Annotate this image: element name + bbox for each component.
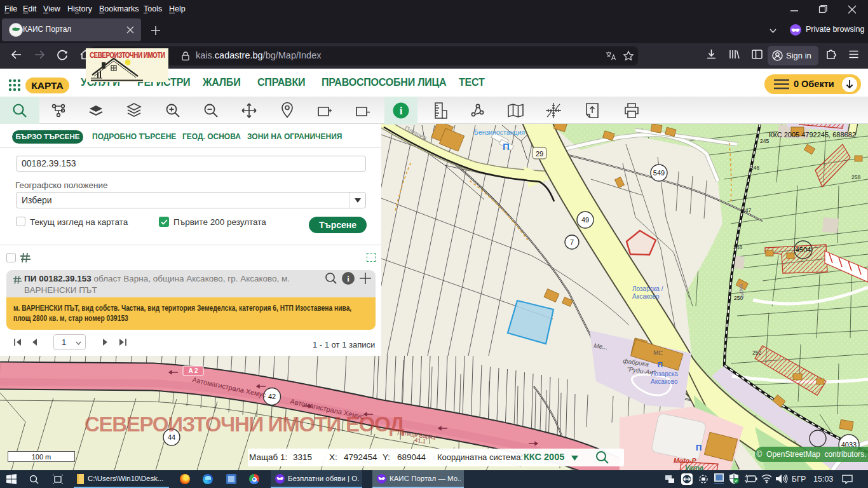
svg-text:i: i (400, 105, 403, 117)
svg-text:П: П (658, 361, 663, 369)
svg-text:Аксаково: Аксаково (632, 293, 660, 300)
svg-text:549: 549 (653, 169, 665, 177)
svg-text:i: i (347, 274, 349, 283)
svg-text:248: 248 (733, 244, 742, 250)
svg-text:4504: 4504 (796, 246, 811, 254)
svg-text:Бензиностанция: Бензиностанция (474, 128, 525, 136)
svg-text:247: 247 (742, 207, 751, 214)
svg-text:Varna: Varna (685, 464, 703, 470)
svg-text:42: 42 (268, 393, 276, 400)
svg-text:49: 49 (581, 216, 589, 224)
svg-text:246: 246 (750, 165, 759, 171)
svg-text:Аксаково: Аксаково (651, 378, 678, 385)
svg-text:258: 258 (851, 174, 860, 180)
svg-text:7: 7 (570, 238, 574, 246)
svg-text:П: П (696, 443, 702, 452)
svg-text:Лозарска /: Лозарска / (632, 285, 663, 292)
svg-text:МС: МС (653, 349, 663, 356)
svg-text:A 2: A 2 (188, 367, 198, 374)
svg-text:29: 29 (536, 150, 543, 158)
svg-text:252: 252 (752, 349, 761, 356)
svg-text:П: П (503, 141, 510, 152)
svg-text:245: 245 (760, 138, 769, 144)
